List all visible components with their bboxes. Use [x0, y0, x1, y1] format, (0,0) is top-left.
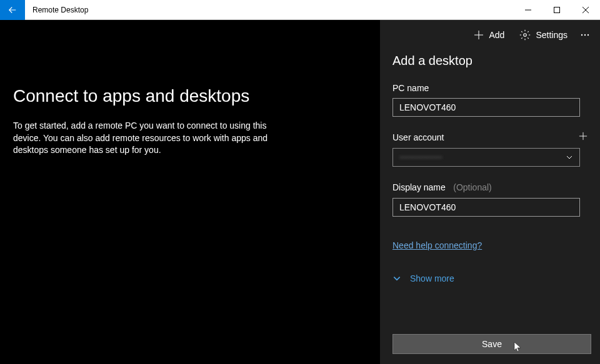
gear-icon — [519, 29, 531, 41]
more-icon — [580, 30, 590, 40]
svg-point-1 — [524, 34, 527, 37]
add-label: Add — [489, 30, 504, 40]
maximize-icon — [554, 7, 560, 13]
add-user-account-button[interactable] — [579, 132, 588, 143]
display-name-optional: (Optional) — [453, 182, 491, 192]
svg-point-3 — [584, 34, 586, 36]
main-content: Connect to apps and desktops To get star… — [0, 20, 380, 364]
back-button[interactable] — [0, 0, 25, 20]
more-button[interactable] — [576, 26, 594, 44]
show-more-label: Show more — [410, 273, 454, 283]
display-name-input[interactable] — [392, 198, 580, 217]
close-button[interactable] — [571, 0, 600, 20]
show-more-button[interactable]: Show more — [392, 273, 588, 283]
arrow-left-icon — [7, 4, 18, 16]
settings-button[interactable]: Settings — [513, 26, 574, 44]
maximize-button[interactable] — [542, 0, 571, 20]
window-title: Remote Desktop — [32, 6, 514, 14]
user-account-label: User account — [392, 132, 444, 142]
app-toolbar: Add Settings — [468, 20, 600, 50]
user-account-select[interactable]: •••••••••••••• — [392, 148, 580, 167]
user-account-value: •••••••••••••• — [399, 152, 442, 162]
help-link[interactable]: Need help connecting? — [392, 240, 482, 250]
svg-point-2 — [581, 34, 582, 36]
add-button[interactable]: Add — [468, 26, 511, 44]
svg-point-4 — [588, 34, 589, 36]
chevron-down-icon — [566, 154, 573, 161]
pc-name-input[interactable] — [392, 98, 580, 117]
svg-rect-0 — [554, 7, 560, 12]
plus-icon — [474, 30, 484, 40]
window-controls — [514, 0, 600, 20]
display-name-label: Display name — [392, 182, 446, 192]
save-button[interactable]: Save — [392, 334, 591, 354]
page-description: To get started, add a remote PC you want… — [13, 120, 288, 157]
chevron-down-icon — [392, 274, 401, 283]
plus-icon — [579, 132, 588, 140]
minimize-button[interactable] — [514, 0, 542, 20]
page-title: Connect to apps and desktops — [13, 86, 367, 106]
add-desktop-panel: Add a desktop PC name User account •••••… — [380, 20, 600, 364]
titlebar: Remote Desktop — [0, 0, 600, 20]
save-label: Save — [482, 339, 502, 349]
settings-label: Settings — [536, 30, 568, 40]
minimize-icon — [525, 7, 531, 13]
pc-name-label: PC name — [392, 83, 588, 93]
panel-title: Add a desktop — [392, 54, 588, 68]
close-icon — [582, 7, 589, 13]
